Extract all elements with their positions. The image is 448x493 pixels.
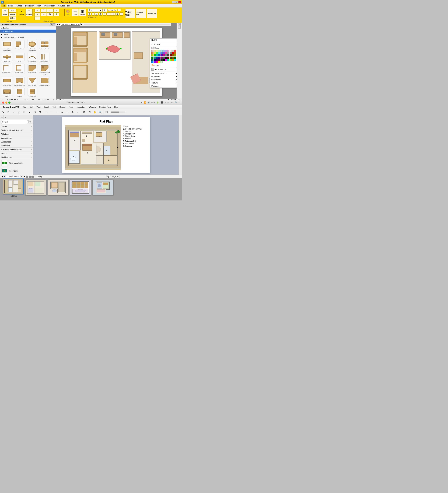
mac-tool-polygon[interactable]: ⬡ [32, 110, 37, 114]
shape-corner-surface-1[interactable]: Corner surface 1 [13, 76, 26, 87]
menu-file[interactable]: File [0, 4, 6, 7]
color-swatch[interactable] [167, 59, 169, 61]
draw-smart-button[interactable]: ≈ [53, 9, 59, 12]
mac-menu-solution-park[interactable]: Solution Park [98, 106, 112, 108]
mac-menu-inspectors[interactable]: Inspectors [75, 106, 87, 108]
mac-tree-appliances[interactable]: Appliances › [0, 140, 33, 144]
tree-item-cabinets[interactable]: ▶ Cabinets and bookcases [0, 36, 56, 39]
color-swatch[interactable] [161, 52, 163, 54]
thumb-3[interactable] [48, 180, 69, 196]
mac-tool-smart[interactable]: ≈ [60, 110, 65, 114]
no-fill-option[interactable]: No Fill [150, 39, 176, 42]
panel-toggle-1[interactable]: ◁ [178, 23, 181, 26]
mac-tree-cabinets[interactable]: Cabinets and bookcases › [0, 148, 33, 151]
draw-direct-button[interactable]: → [34, 9, 40, 12]
shape-cubicle-walls-3[interactable]: Cubicle walls ... [13, 64, 26, 76]
color-swatch[interactable] [151, 50, 153, 52]
mac-tool-more-4[interactable]: ↔ [76, 110, 80, 114]
thumb-5[interactable] [92, 180, 113, 196]
color-swatch[interactable] [151, 52, 153, 54]
color-swatch[interactable] [154, 54, 156, 56]
color-swatch[interactable] [172, 50, 174, 52]
mac-menu-tools[interactable]: Tools [67, 106, 75, 108]
mac-scrollbar-right[interactable] [179, 115, 182, 175]
shape-pedestal[interactable]: Pedestal [13, 87, 26, 98]
color-swatch[interactable] [165, 54, 167, 56]
color-swatch[interactable] [165, 56, 167, 59]
color-swatch[interactable] [170, 56, 172, 59]
solid-option[interactable]: ✓ Solid [150, 43, 176, 46]
mac-tool-group[interactable]: ⊟ [87, 110, 92, 114]
mac-zoom-down[interactable]: ▼ [23, 176, 25, 178]
color-swatch[interactable] [163, 54, 165, 56]
secondary-color-option[interactable]: Secondary Color ▶ [150, 72, 176, 75]
shrink-font-button[interactable]: A↓ [111, 9, 114, 11]
mac-menu-edit[interactable]: Edit [28, 106, 35, 108]
color-swatch[interactable] [167, 54, 169, 56]
color-swatch[interactable] [151, 61, 153, 63]
tree-item-doors[interactable]: ▶ Doors [0, 33, 56, 36]
mac-page-thumb-2[interactable] [29, 176, 31, 178]
h-scrollbar[interactable] [84, 24, 170, 25]
minimize-button[interactable]: ─ [172, 1, 175, 3]
superscript-button[interactable]: A² [103, 12, 107, 16]
shadow-button[interactable]: ◫ Shadow [79, 9, 86, 16]
menu-document[interactable]: Document [24, 4, 35, 7]
gradients-option[interactable]: Gradients ▶ [150, 75, 176, 78]
mac-page-thumb-1[interactable] [26, 176, 28, 178]
color-swatch[interactable] [174, 50, 176, 52]
color-swatch[interactable] [167, 50, 169, 52]
draw-round-button[interactable]: ◎ [41, 12, 47, 16]
page-select[interactable]: Office layout plan (1/1) [61, 23, 80, 26]
color-swatch[interactable] [165, 52, 167, 54]
menu-view[interactable]: View [36, 4, 43, 7]
color-swatch[interactable] [163, 52, 165, 54]
mac-tool-circle[interactable]: ○ [11, 110, 16, 114]
copy-button[interactable]: ⧉ Copy [9, 12, 16, 16]
mac-zoom-select[interactable]: Custom 29% [6, 175, 20, 178]
color-swatch[interactable] [165, 50, 167, 52]
simple-text-button[interactable]: Simple text [147, 9, 157, 18]
color-swatch[interactable] [174, 52, 176, 54]
mac-tree-doors[interactable]: Doors › [0, 151, 33, 155]
font-family-select[interactable]: Arial [88, 9, 102, 12]
draw-curve-button[interactable]: ∿ [34, 12, 40, 16]
mac-tree-bathroom[interactable]: Bathroom › [0, 144, 33, 148]
shape-corner-desk-filing[interactable]: Corner desk with filing... [39, 64, 51, 76]
mac-shape-ping-pong[interactable]: Ping-pong table [0, 159, 33, 167]
color-swatch[interactable] [156, 61, 158, 63]
shape-work-surface[interactable]: Work surface [1, 76, 13, 87]
mac-tool-zoom[interactable]: 🔍 [98, 110, 103, 114]
mac-menu-help[interactable]: Help [112, 106, 120, 108]
draw-point-button[interactable]: • [34, 16, 40, 20]
menu-home[interactable]: Home [7, 4, 15, 7]
mac-panel-tab-2[interactable]: ≡ [3, 115, 7, 119]
mac-menu-shape[interactable]: Shape [58, 106, 67, 108]
shape-panel-post[interactable]: Panel post [1, 53, 13, 63]
color-swatch[interactable] [170, 52, 172, 54]
color-swatch[interactable] [167, 56, 169, 59]
add-page-button[interactable]: ▶ [81, 23, 82, 25]
draw-arc-button[interactable]: ⌒ [41, 9, 47, 12]
shape-cubicle-walls-2[interactable]: Cubicle walls ... [1, 64, 13, 76]
fill-button[interactable]: 🎨 Fill [64, 9, 71, 16]
mac-menu-insert[interactable]: Insert [42, 106, 51, 108]
subtitle-text-button[interactable]: Subtitle text [136, 9, 146, 18]
shape-corner-desk[interactable]: Corner desk [26, 64, 38, 76]
color-swatch[interactable] [165, 59, 167, 61]
picture-option[interactable]: Picture... [150, 84, 176, 88]
mac-tool-curve[interactable]: ∿ [27, 110, 32, 114]
shape-corner-surface-2[interactable]: Corner surface 2 [26, 76, 38, 87]
shape-panel[interactable]: Panel [13, 53, 26, 63]
italic-button[interactable]: I [91, 12, 95, 16]
spacing-button[interactable]: ≡ [107, 12, 111, 16]
zoom-slider[interactable] [111, 112, 125, 112]
mac-close-button[interactable] [2, 101, 4, 104]
color-swatch[interactable] [174, 56, 176, 59]
zoom-in-icon[interactable]: + [125, 111, 126, 113]
color-swatch[interactable] [174, 59, 176, 61]
mac-tool-connector[interactable]: ⤳ [44, 110, 49, 114]
color-swatch[interactable] [161, 59, 163, 61]
bold-button[interactable]: B [88, 12, 91, 16]
color-swatch[interactable] [154, 52, 156, 54]
